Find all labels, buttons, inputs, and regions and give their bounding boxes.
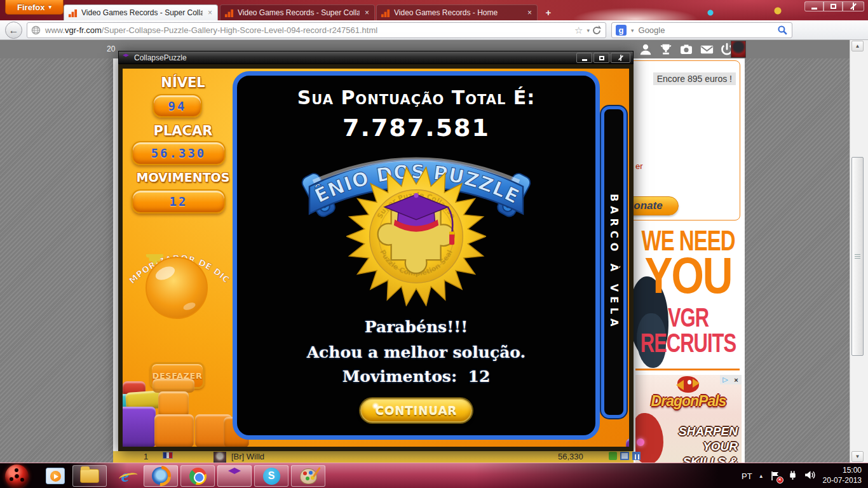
recruit-poster[interactable]: WE NEED YOU VGR RECRUITS bbox=[634, 231, 743, 349]
game-window-controls bbox=[576, 53, 630, 63]
search-engine-dropdown-icon[interactable]: ▾ bbox=[629, 27, 636, 34]
scroll-up-button[interactable]: ▲ bbox=[851, 41, 864, 51]
back-button[interactable]: ← bbox=[5, 22, 22, 39]
close-button[interactable] bbox=[843, 1, 864, 11]
tab-active[interactable]: Video Games Records - Super Collaps... × bbox=[64, 4, 218, 20]
taskbar-explorer-button[interactable] bbox=[72, 465, 107, 487]
ad-close-icon[interactable]: × bbox=[731, 375, 742, 384]
moves-value: 12 bbox=[132, 189, 226, 214]
user-icon[interactable] bbox=[637, 42, 654, 57]
alert-badge: × bbox=[776, 477, 783, 484]
tab-3[interactable]: Video Games Records - Home × bbox=[376, 4, 538, 20]
tab-close-icon[interactable]: × bbox=[207, 8, 214, 17]
block-orange-light bbox=[153, 379, 194, 393]
donation-text-fragment: er bbox=[635, 161, 643, 171]
camera-icon[interactable] bbox=[677, 42, 695, 57]
taskbar-ie-button[interactable]: e bbox=[109, 465, 141, 487]
avatar[interactable] bbox=[731, 41, 746, 58]
search-icon[interactable] bbox=[777, 25, 788, 36]
ad-banner[interactable]: DragonPals SHARPEN YOUR SKILLS & FIGHT ▷… bbox=[635, 375, 742, 463]
moves-line: Movimentos: 12 bbox=[237, 367, 595, 386]
continue-button[interactable]: CONTINUAR bbox=[360, 398, 472, 423]
tab-2[interactable]: Video Games Records - Super Collaps... × bbox=[220, 4, 375, 20]
game-close-button[interactable] bbox=[611, 53, 630, 63]
search-box[interactable]: g ▾ Google bbox=[611, 22, 792, 38]
ad-line-2: YOUR bbox=[655, 440, 738, 454]
trophy-icon[interactable] bbox=[657, 42, 675, 57]
taskbar-firefox-button[interactable] bbox=[144, 465, 178, 487]
details-icon[interactable] bbox=[632, 452, 641, 460]
minimize-icon bbox=[582, 59, 587, 61]
adchoices-icon[interactable]: ▷ bbox=[720, 375, 731, 384]
nav-toolbar: ← www.vgr-fr.com/Super-Collapse-Puzzle-G… bbox=[0, 20, 868, 40]
taskbar-skype-button[interactable]: S bbox=[254, 465, 288, 487]
url-bar[interactable]: www.vgr-fr.com/Super-Collapse-Puzzle-Gal… bbox=[27, 22, 606, 38]
divider bbox=[635, 369, 740, 370]
approved-icon[interactable] bbox=[609, 452, 617, 460]
restore-button[interactable] bbox=[824, 1, 843, 11]
side-tab-sailboat[interactable]: BARCO À VELA bbox=[601, 106, 627, 418]
hint-timer-ball[interactable] bbox=[144, 254, 210, 320]
chrome-icon bbox=[189, 468, 207, 485]
tab-close-icon[interactable]: × bbox=[526, 8, 533, 17]
puzzle-game-icon bbox=[226, 467, 243, 485]
scroll-down-button[interactable]: ▼ bbox=[851, 451, 864, 462]
folder-icon bbox=[80, 469, 99, 483]
close-icon bbox=[618, 55, 623, 60]
donation-panel: Encore 895 euros ! er onate bbox=[626, 60, 740, 220]
vgr-favicon bbox=[381, 8, 390, 18]
game-maximize-button[interactable] bbox=[593, 53, 609, 63]
scrollbar-thumb[interactable] bbox=[851, 157, 864, 356]
start-button[interactable] bbox=[5, 464, 29, 488]
player-avatar[interactable] bbox=[214, 452, 226, 463]
genius-medal: Super Puzzle Collapse Puzzle Completion … bbox=[346, 166, 486, 306]
taskbar-paint-button[interactable] bbox=[291, 465, 325, 487]
new-tab-button[interactable]: + bbox=[541, 6, 556, 19]
tray-date: 20-07-2013 bbox=[823, 476, 862, 486]
search-input[interactable]: Google bbox=[639, 25, 775, 35]
firefox-tab-strip: Firefox ▾ Video Games Records - Super Co… bbox=[0, 0, 868, 20]
taskbar-chrome-button[interactable] bbox=[180, 465, 215, 487]
ad-line-1: SHARPEN bbox=[655, 424, 738, 438]
hidden-icons-button[interactable]: ▲ bbox=[759, 473, 764, 479]
recruit-line-2: YOU bbox=[634, 252, 743, 299]
skype-icon: S bbox=[263, 468, 280, 485]
taskbar: e S PT ▲ × 15:00 20-0 bbox=[0, 463, 868, 488]
ad-brand: DragonPals bbox=[635, 393, 742, 410]
header-text-fragment: 20 bbox=[107, 44, 115, 53]
screenshot-icon[interactable] bbox=[620, 452, 629, 460]
vgr-favicon bbox=[224, 8, 234, 18]
close-icon bbox=[850, 3, 857, 10]
leaderboard-row: 1 [Br] Willd 56,330 bbox=[113, 451, 634, 463]
result-total-score: 7.787.581 bbox=[237, 114, 595, 142]
google-logo-icon: g bbox=[616, 25, 627, 36]
result-panel: Sua Pontuação Total É: 7.787.581 bbox=[233, 71, 600, 440]
dragon-icon bbox=[677, 376, 699, 393]
taskbar-collapse-puzzle-button[interactable] bbox=[217, 465, 252, 487]
player-name[interactable]: [Br] Willd bbox=[231, 452, 264, 461]
game-minimize-button[interactable] bbox=[576, 53, 592, 63]
game-titlebar[interactable]: CollapsePuzzle bbox=[118, 51, 634, 64]
tab-close-icon[interactable]: × bbox=[363, 8, 370, 17]
level-value: 94 bbox=[153, 94, 202, 118]
minimize-button[interactable] bbox=[804, 1, 824, 11]
game-window: CollapsePuzzle NÍVEL 94 PLACAR 56.330 MO… bbox=[118, 51, 634, 451]
moves-label: MOVIMENTOS bbox=[129, 170, 237, 184]
score-label: PLACAR bbox=[129, 123, 237, 139]
mail-icon[interactable] bbox=[698, 42, 715, 57]
url-dropdown-icon[interactable]: ▾ bbox=[585, 27, 592, 34]
power-plug-icon[interactable] bbox=[787, 470, 798, 483]
game-window-title: CollapsePuzzle bbox=[134, 53, 187, 62]
taskbar-media-player-button[interactable] bbox=[39, 465, 71, 487]
action-center-flag-icon[interactable]: × bbox=[770, 471, 781, 482]
chevron-down-icon: ▾ bbox=[48, 4, 51, 10]
game-body: NÍVEL 94 PLACAR 56.330 MOVIMENTOS 12 TEM… bbox=[118, 64, 634, 451]
volume-icon[interactable] bbox=[804, 470, 817, 483]
bookmark-star-icon[interactable]: ☆ bbox=[573, 25, 585, 36]
taskbar-clock[interactable]: 15:00 20-07-2013 bbox=[823, 466, 862, 485]
url-prefix: www. bbox=[45, 25, 65, 35]
reload-icon[interactable] bbox=[592, 25, 602, 36]
firefox-menu-button[interactable]: Firefox ▾ bbox=[5, 0, 64, 15]
language-indicator[interactable]: PT bbox=[742, 471, 752, 481]
page-scrollbar[interactable]: ▲ ▼ bbox=[850, 40, 868, 463]
